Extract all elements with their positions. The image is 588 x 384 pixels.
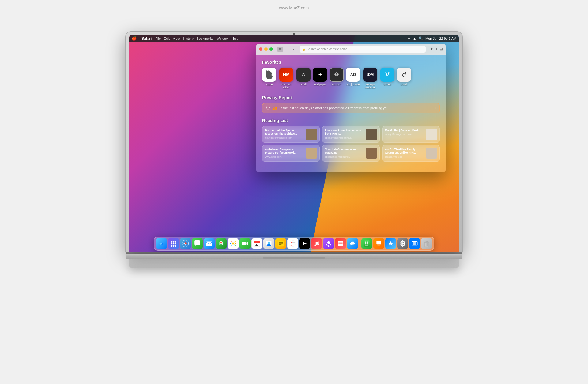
favorites-section: Favorites Apple — [262, 60, 440, 89]
active-app-name[interactable]: Safari — [141, 36, 152, 41]
svg-marker-16 — [185, 243, 188, 244]
dock-icloud[interactable] — [347, 238, 358, 249]
close-button[interactable] — [259, 47, 262, 51]
fullscreen-button[interactable] — [270, 47, 273, 51]
reading-list-title: Reading List — [262, 118, 440, 123]
shield-icon: 🛡 — [266, 106, 270, 110]
svg-rect-61 — [365, 245, 368, 245]
svg-rect-32 — [254, 242, 260, 243]
dock-reminders[interactable] — [287, 238, 298, 249]
dm-favicon: tDM — [363, 68, 377, 82]
favorites-grid: Apple HM Herman Miller ○ Kvell — [262, 68, 440, 89]
search-icon[interactable]: 🔍 — [419, 36, 423, 40]
dock-system-preferences[interactable] — [397, 238, 408, 249]
svg-rect-3 — [171, 241, 172, 243]
wp-label: Wallpaper — [314, 83, 326, 86]
privacy-bar[interactable]: 🛡 20 In the last seven days Safari has p… — [262, 103, 440, 113]
svg-rect-10 — [173, 245, 175, 247]
dock-appstore[interactable] — [385, 238, 396, 249]
favorite-herman-miller[interactable]: HM Herman Miller — [279, 68, 294, 89]
favorite-vimeo[interactable]: V Vimeo — [380, 68, 394, 89]
menu-window[interactable]: Window — [217, 37, 228, 40]
svg-rect-9 — [171, 245, 172, 247]
dock-mail[interactable] — [204, 238, 215, 249]
dock-photos[interactable] — [228, 238, 239, 249]
favorite-dm[interactable]: tDM Design Museum — [363, 68, 378, 89]
reading-item-5[interactable]: Your Lab Openhouse — Magazine openhouse-… — [322, 145, 380, 162]
dock-finder[interactable] — [156, 238, 167, 249]
reading-item-1-title: Born out of the Spanish recession, the a… — [265, 129, 304, 136]
url-bar[interactable]: 🔒 Search or enter website name — [300, 46, 426, 53]
menu-file[interactable]: File — [155, 37, 161, 40]
dock-maps[interactable] — [216, 238, 227, 249]
dock-notes[interactable] — [275, 238, 286, 249]
favorite-wallpaper[interactable]: ✦ Wallpaper — [313, 68, 327, 89]
dock-contacts[interactable] — [263, 238, 274, 249]
dock-facetime[interactable] — [239, 238, 251, 249]
svg-point-49 — [317, 244, 319, 245]
svg-point-40 — [290, 240, 296, 246]
menu-history[interactable]: History — [183, 37, 194, 40]
ad-favicon: AD — [346, 68, 360, 82]
svg-point-35 — [268, 241, 270, 244]
macos-screen: 🍎 Safari File Edit View History Bookmark… — [129, 35, 459, 252]
datetime: Mon Jun 22 9:41 AM — [425, 37, 456, 40]
apple-menu[interactable]: 🍎 — [132, 36, 137, 41]
dock-music[interactable] — [311, 238, 322, 249]
dock-trash[interactable] — [421, 238, 432, 249]
reading-item-4[interactable]: An Interior Designer's Picture-Perfect B… — [262, 145, 320, 162]
dock-numbers[interactable] — [361, 238, 372, 249]
svg-rect-5 — [175, 241, 176, 243]
desktop-wallpaper: 🍎 Safari File Edit View History Bookmark… — [129, 35, 459, 252]
dock-screen[interactable] — [409, 238, 420, 249]
reading-item-4-title: An Interior Designer's Picture-Perfect B… — [265, 148, 304, 155]
reading-item-2-url: apartamentomaga­zine.c... — [325, 136, 364, 139]
reading-item-4-thumb — [306, 148, 317, 159]
reading-item-3-url: macguffinmagazine.com — [385, 133, 424, 136]
svg-point-48 — [315, 244, 316, 246]
svg-rect-60 — [367, 243, 368, 244]
dwell-label: Dwell — [401, 83, 407, 86]
tab-overview-button[interactable]: ⊞ — [439, 47, 443, 51]
favorite-apple[interactable]: Apple — [262, 68, 276, 89]
forward-button[interactable]: › — [292, 46, 296, 52]
share-button[interactable]: ⬆ — [430, 47, 433, 51]
reading-item-3[interactable]: MacGuffin | Desk on Desk macguffinmagazi… — [382, 126, 440, 143]
reading-list-section: Reading List Born out of the Spanish rec… — [262, 118, 440, 162]
new-tab-button[interactable]: + — [435, 47, 438, 51]
reading-item-3-thumb — [426, 129, 437, 140]
watermark-text: www.MacZ.com — [279, 6, 309, 10]
favorite-ad[interactable]: AD AD | Cleve — [346, 68, 360, 89]
menu-help[interactable]: Help — [232, 37, 239, 40]
menu-bookmarks[interactable]: Bookmarks — [197, 37, 213, 40]
dock-safari[interactable] — [180, 238, 191, 249]
dock-messages[interactable] — [192, 238, 203, 249]
menubar-menus: File Edit View History Bookmarks Window … — [155, 37, 238, 40]
svg-rect-59 — [365, 243, 366, 244]
minimize-button[interactable] — [264, 47, 268, 51]
reading-item-6[interactable]: An Off-The-Plan Family Apartment Unlike … — [382, 145, 440, 162]
reading-item-2[interactable]: Interview Armin Heinemann from Paula... … — [322, 126, 380, 143]
back-button[interactable]: ‹ — [286, 46, 290, 52]
vimeo-favicon: V — [380, 68, 394, 82]
dock-launchpad[interactable] — [168, 238, 179, 249]
dock-appletv[interactable] — [299, 238, 310, 249]
sidebar-toggle[interactable]: ⊟ — [277, 47, 283, 52]
favorite-monoc[interactable]: Ⓜ Monoc+ — [330, 68, 344, 89]
reading-item-1[interactable]: Born out of the Spanish recession, the a… — [262, 126, 320, 143]
reading-item-6-text: An Off-The-Plan Family Apartment Unlike … — [385, 148, 424, 159]
dock-news[interactable] — [335, 238, 346, 249]
dock-podcasts[interactable] — [323, 238, 334, 249]
dock-keynote[interactable] — [373, 238, 384, 249]
dock-calendar[interactable]: 22 — [251, 238, 262, 249]
menu-view[interactable]: View — [173, 37, 180, 40]
menu-edit[interactable]: Edit — [164, 37, 170, 40]
svg-rect-8 — [175, 243, 176, 244]
favorite-kvell[interactable]: ○ Kvell — [296, 68, 311, 89]
favorite-dwell[interactable]: d Dwell — [397, 68, 411, 89]
svg-rect-52 — [338, 241, 343, 246]
privacy-title: Privacy Report — [262, 95, 440, 100]
wifi-icon: ▲ — [413, 37, 416, 40]
svg-rect-58 — [367, 241, 368, 243]
vimeo-label: Vimeo — [383, 83, 391, 86]
